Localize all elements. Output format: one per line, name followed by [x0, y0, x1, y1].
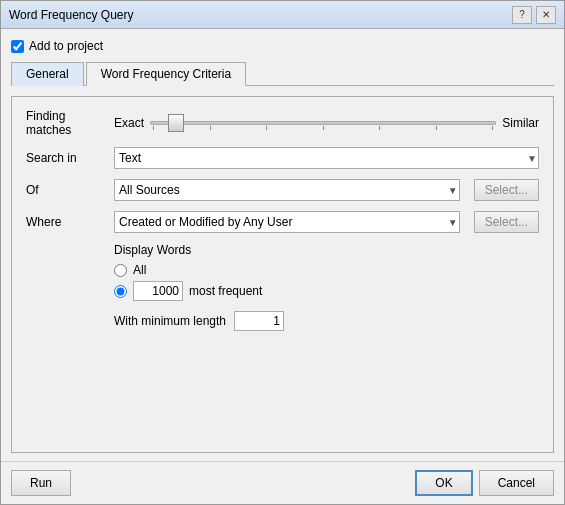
display-words-label: Display Words	[114, 243, 539, 257]
of-select-button[interactable]: Select...	[474, 179, 539, 201]
dialog: Word Frequency Query ? ✕ Add to project …	[0, 0, 565, 505]
min-length-input[interactable]	[234, 311, 284, 331]
display-all-label: All	[133, 263, 146, 277]
of-select-wrapper: All Sources ▼	[114, 179, 460, 201]
close-button[interactable]: ✕	[536, 6, 556, 24]
search-in-row: Search in Text ▼	[26, 147, 539, 169]
add-to-project-label: Add to project	[29, 39, 103, 53]
dialog-title: Word Frequency Query	[9, 8, 134, 22]
min-length-label: With minimum length	[114, 314, 226, 328]
of-label: Of	[26, 183, 106, 197]
dialog-footer: Run OK Cancel	[1, 461, 564, 504]
display-most-frequent-radio[interactable]	[114, 285, 127, 298]
display-all-row: All	[114, 263, 539, 277]
slider-similar-label: Similar	[502, 116, 539, 130]
ok-button[interactable]: OK	[415, 470, 472, 496]
display-words-group: Display Words All most frequent	[114, 243, 539, 301]
tab-word-frequency-criteria[interactable]: Word Frequency Criteria	[86, 62, 247, 86]
tab-general[interactable]: General	[11, 62, 84, 86]
most-frequent-count-input[interactable]	[133, 281, 183, 301]
title-bar: Word Frequency Query ? ✕	[1, 1, 564, 29]
where-select[interactable]: Created or Modified by Any User	[114, 211, 460, 233]
help-button[interactable]: ?	[512, 6, 532, 24]
title-buttons: ? ✕	[512, 6, 556, 24]
min-length-row: With minimum length	[114, 311, 539, 331]
of-select[interactable]: All Sources	[114, 179, 460, 201]
slider-exact-label: Exact	[114, 116, 144, 130]
where-select-button[interactable]: Select...	[474, 211, 539, 233]
where-row: Where Created or Modified by Any User ▼ …	[26, 211, 539, 233]
display-most-frequent-row: most frequent	[114, 281, 539, 301]
most-frequent-label: most frequent	[189, 284, 262, 298]
search-in-select[interactable]: Text	[114, 147, 539, 169]
of-row: Of All Sources ▼ Select...	[26, 179, 539, 201]
dialog-body: Add to project General Word Frequency Cr…	[1, 29, 564, 461]
footer-left: Run	[11, 470, 71, 496]
finding-matches-row: Finding matches Exact	[26, 109, 539, 137]
add-to-project-row: Add to project	[11, 37, 554, 55]
footer-right: OK Cancel	[415, 470, 554, 496]
where-select-wrapper: Created or Modified by Any User ▼	[114, 211, 460, 233]
display-all-radio[interactable]	[114, 264, 127, 277]
add-to-project-checkbox[interactable]	[11, 40, 24, 53]
run-button[interactable]: Run	[11, 470, 71, 496]
tab-content: Finding matches Exact	[11, 96, 554, 453]
tabs: General Word Frequency Criteria	[11, 61, 554, 86]
search-in-select-wrapper: Text ▼	[114, 147, 539, 169]
where-label: Where	[26, 215, 106, 229]
cancel-button[interactable]: Cancel	[479, 470, 554, 496]
finding-matches-label: Finding matches	[26, 109, 106, 137]
search-in-label: Search in	[26, 151, 106, 165]
